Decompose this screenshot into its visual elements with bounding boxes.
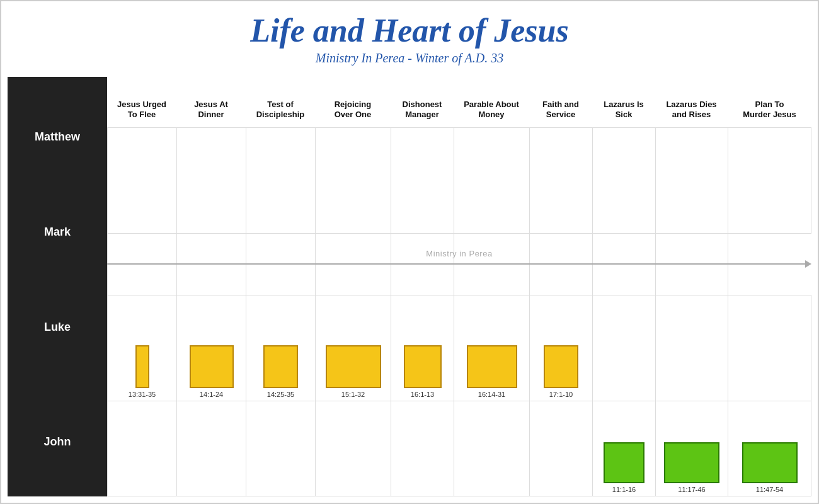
mark-cell-1 xyxy=(107,233,176,295)
john-cell-10: 11:47-54 xyxy=(728,401,811,496)
john-box-8 xyxy=(604,442,644,483)
sidebar-row-luke: Luke xyxy=(8,268,107,387)
luke-scripture-4: 15:1-32 xyxy=(316,295,391,400)
content-area: Jesus UrgedTo Flee Jesus AtDinner Test o… xyxy=(107,77,811,496)
col-header-3: Test ofDiscipleship xyxy=(246,77,315,122)
john-cell-7 xyxy=(529,401,592,496)
header: Life and Heart of Jesus Ministry In Pere… xyxy=(1,1,818,71)
page-subtitle: Ministry In Perea - Winter of A.D. 33 xyxy=(1,51,818,66)
grid-row-mark: Ministry in Perea xyxy=(107,233,811,295)
luke-cell-1: 13:31-35 xyxy=(107,295,176,400)
luke-scripture-1: 13:31-35 xyxy=(108,295,176,400)
mark-cell-5 xyxy=(391,233,454,295)
john-cell-8: 11:1-16 xyxy=(592,401,655,496)
grid-row-luke: 13:31-35 14:1-24 14:25-35 xyxy=(107,295,811,400)
matthew-cell-8 xyxy=(592,127,655,232)
luke-ref-3: 14:25-35 xyxy=(267,391,294,398)
john-cell-9: 11:17-46 xyxy=(655,401,728,496)
john-ref-10: 11:47-54 xyxy=(756,486,783,493)
col-header-4: RejoicingOver One xyxy=(315,77,391,122)
main-area: Matthew Mark Luke John Jesus UrgedTo Fle… xyxy=(1,71,818,503)
sidebar-row-matthew: Matthew xyxy=(8,77,107,197)
sidebar-label-matthew: Matthew xyxy=(35,130,80,144)
luke-scripture-3: 14:25-35 xyxy=(246,295,315,400)
luke-box-4 xyxy=(326,345,381,388)
matthew-cell-5 xyxy=(391,127,454,232)
sidebar-row-john: John xyxy=(8,387,107,496)
john-cell-1 xyxy=(107,401,176,496)
mark-cell-4 xyxy=(315,233,391,295)
col-header-8: Lazarus IsSick xyxy=(592,77,655,122)
grid-row-john: 11:1-16 11:17-46 11:47-54 xyxy=(107,401,811,496)
grid-row-matthew xyxy=(107,127,811,232)
luke-box-6 xyxy=(467,345,517,388)
luke-cell-9 xyxy=(655,295,728,400)
mark-cell-3 xyxy=(246,233,315,295)
col-header-1: Jesus UrgedTo Flee xyxy=(107,77,176,122)
matthew-cell-2 xyxy=(176,127,246,232)
luke-ref-7: 17:1-10 xyxy=(549,391,573,398)
sidebar-row-mark: Mark xyxy=(8,197,107,267)
matthew-cell-7 xyxy=(529,127,592,232)
col-header-2: Jesus AtDinner xyxy=(176,77,246,122)
luke-cell-4: 15:1-32 xyxy=(315,295,391,400)
luke-box-1 xyxy=(135,345,149,388)
sidebar-label-john: John xyxy=(44,435,71,449)
page-title: Life and Heart of Jesus xyxy=(1,13,818,49)
luke-cell-10 xyxy=(728,295,811,400)
matthew-cell-4 xyxy=(315,127,391,232)
luke-cell-5: 16:1-13 xyxy=(391,295,454,400)
john-cell-2 xyxy=(176,401,246,496)
luke-cell-6: 16:14-31 xyxy=(454,295,529,400)
mark-cell-8 xyxy=(592,233,655,295)
john-box-10 xyxy=(742,442,798,483)
col-header-5: DishonestManager xyxy=(391,77,454,122)
john-scripture-10: 11:47-54 xyxy=(728,401,811,496)
col-header-6: Parable AboutMoney xyxy=(454,77,529,122)
sidebar: Matthew Mark Luke John xyxy=(8,77,107,496)
luke-cell-7: 17:1-10 xyxy=(529,295,592,400)
column-headers: Jesus UrgedTo Flee Jesus AtDinner Test o… xyxy=(107,77,811,127)
matthew-cell-6 xyxy=(454,127,529,232)
mark-cell-7 xyxy=(529,233,592,295)
mark-cell-6 xyxy=(454,233,529,295)
luke-cell-8 xyxy=(592,295,655,400)
luke-ref-4: 15:1-32 xyxy=(341,391,365,398)
john-ref-8: 11:1-16 xyxy=(612,486,636,493)
luke-box-7 xyxy=(544,345,578,388)
luke-box-5 xyxy=(404,345,442,388)
luke-cell-3: 14:25-35 xyxy=(246,295,315,400)
luke-scripture-2: 14:1-24 xyxy=(177,295,246,400)
john-box-9 xyxy=(664,442,719,483)
john-scripture-9: 11:17-46 xyxy=(656,401,728,496)
luke-ref-5: 16:1-13 xyxy=(411,391,434,398)
luke-cell-2: 14:1-24 xyxy=(176,295,246,400)
luke-ref-1: 13:31-35 xyxy=(129,391,156,398)
john-ref-9: 11:17-46 xyxy=(678,486,705,493)
luke-ref-2: 14:1-24 xyxy=(200,391,223,398)
col-header-9: Lazarus Diesand Rises xyxy=(655,77,728,122)
sidebar-label-mark: Mark xyxy=(44,226,71,239)
john-scripture-8: 11:1-16 xyxy=(593,401,655,496)
matthew-cell-3 xyxy=(246,127,315,232)
mark-cell-10 xyxy=(728,233,811,295)
matthew-cell-1 xyxy=(107,127,176,232)
col-header-10: Plan ToMurder Jesus xyxy=(728,77,811,122)
luke-scripture-6: 16:14-31 xyxy=(454,295,529,400)
matthew-cell-9 xyxy=(655,127,728,232)
luke-scripture-7: 17:1-10 xyxy=(530,295,592,400)
john-cell-6 xyxy=(454,401,529,496)
page: Life and Heart of Jesus Ministry In Pere… xyxy=(0,0,819,504)
sidebar-label-luke: Luke xyxy=(44,321,71,334)
grid-area: Ministry in Perea 13:31-35 xyxy=(107,127,811,496)
col-header-7: Faith andService xyxy=(529,77,592,122)
john-cell-4 xyxy=(315,401,391,496)
luke-box-2 xyxy=(190,345,234,388)
mark-cell-2 xyxy=(176,233,246,295)
luke-scripture-5: 16:1-13 xyxy=(391,295,454,400)
luke-ref-6: 16:14-31 xyxy=(478,391,505,398)
mark-cell-9 xyxy=(655,233,728,295)
luke-box-3 xyxy=(263,345,298,388)
john-cell-3 xyxy=(246,401,315,496)
matthew-cell-10 xyxy=(728,127,811,232)
